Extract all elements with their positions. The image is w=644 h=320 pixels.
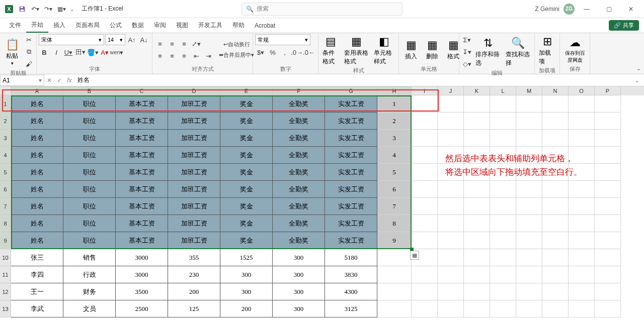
cell-F10[interactable]: 300: [273, 249, 325, 266]
cell-C10[interactable]: 3000: [116, 249, 168, 266]
colhead-P[interactable]: P: [595, 86, 621, 95]
cell-D1[interactable]: 加班工资: [168, 95, 220, 113]
rowhead-6[interactable]: 6: [0, 181, 11, 198]
border-button[interactable]: 田▾: [75, 47, 86, 58]
cell-L1[interactable]: [490, 95, 516, 113]
cell-E13[interactable]: 200: [220, 300, 273, 317]
cell-G10[interactable]: 5180: [325, 249, 377, 266]
cell-L13[interactable]: [490, 300, 516, 317]
cell-A10[interactable]: 张三: [11, 249, 63, 266]
align-bottom-button[interactable]: ≡: [179, 38, 190, 49]
cell-D11[interactable]: 230: [168, 266, 220, 283]
cell-B4[interactable]: 职位: [63, 147, 116, 164]
cell-H2[interactable]: 2: [377, 113, 412, 130]
cell-K10[interactable]: [464, 249, 490, 266]
cell-C5[interactable]: 基本工资: [116, 164, 168, 181]
cell-K1[interactable]: [464, 95, 490, 113]
cell-E11[interactable]: 300: [220, 266, 273, 283]
user-avatar[interactable]: ZG: [564, 4, 575, 15]
cell-H10[interactable]: [377, 249, 412, 266]
cell-G8[interactable]: 实发工资: [325, 215, 377, 232]
cell-L9[interactable]: [490, 232, 516, 249]
cell-I1[interactable]: [412, 95, 438, 113]
cell-N6[interactable]: [542, 181, 569, 198]
cell-F2[interactable]: 全勤奖: [273, 113, 325, 130]
cell-K9[interactable]: [464, 232, 490, 249]
cell-N10[interactable]: [542, 249, 569, 266]
fx-button[interactable]: fx: [64, 77, 74, 84]
cell-P2[interactable]: [595, 113, 621, 130]
increase-indent-button[interactable]: ⇥: [203, 50, 214, 61]
cell-E12[interactable]: 300: [220, 283, 273, 300]
cell-M13[interactable]: [516, 300, 542, 317]
cell-J10[interactable]: [438, 249, 464, 266]
cell-N1[interactable]: [542, 95, 569, 113]
cell-A1[interactable]: 姓名: [11, 95, 63, 113]
fill-color-button[interactable]: 🪣▾: [87, 47, 98, 58]
cell-I4[interactable]: [412, 147, 438, 164]
cell-H8[interactable]: 8: [377, 215, 412, 232]
cell-G1[interactable]: 实发工资: [325, 95, 377, 113]
rowhead-11[interactable]: 11: [0, 266, 11, 283]
decrease-indent-button[interactable]: ⇤: [191, 50, 202, 61]
cell-K8[interactable]: [464, 215, 490, 232]
cell-O7[interactable]: [569, 198, 595, 215]
cell-J9[interactable]: [438, 232, 464, 249]
cell-B2[interactable]: 职位: [63, 113, 116, 130]
colhead-K[interactable]: K: [464, 86, 490, 95]
cell-A6[interactable]: 姓名: [11, 181, 63, 198]
phonetic-button[interactable]: wen▾: [111, 47, 122, 58]
cell-B7[interactable]: 职位: [63, 198, 116, 215]
cell-G7[interactable]: 实发工资: [325, 198, 377, 215]
fill-button[interactable]: ↧▾: [461, 46, 472, 57]
cell-I7[interactable]: [412, 198, 438, 215]
formula-input[interactable]: [74, 75, 632, 86]
cell-A5[interactable]: 姓名: [11, 164, 63, 181]
addins-button[interactable]: ⊞加载项: [537, 34, 557, 67]
cell-I3[interactable]: [412, 130, 438, 147]
cell-E4[interactable]: 奖金: [220, 147, 273, 164]
colhead-H[interactable]: H: [377, 86, 412, 95]
cell-J12[interactable]: [438, 283, 464, 300]
cell-C3[interactable]: 基本工资: [116, 130, 168, 147]
cell-M1[interactable]: [516, 95, 542, 113]
undo-button[interactable]: ↶▾: [29, 3, 41, 15]
save-button[interactable]: [16, 3, 28, 15]
decrease-decimal-button[interactable]: .0←: [303, 47, 314, 58]
cell-K12[interactable]: [464, 283, 490, 300]
cell-F5[interactable]: 全勤奖: [273, 164, 325, 181]
font-size-select[interactable]: 14▾: [105, 34, 125, 45]
cell-P10[interactable]: [595, 249, 621, 266]
cell-E2[interactable]: 奖金: [220, 113, 273, 130]
cell-O1[interactable]: [569, 95, 595, 113]
sort-filter-button[interactable]: ⇅排序和筛选: [473, 36, 503, 68]
cell-I11[interactable]: [412, 266, 438, 283]
select-all-corner[interactable]: [0, 86, 11, 95]
cell-G6[interactable]: 实发工资: [325, 181, 377, 198]
maximize-button[interactable]: ▢: [599, 3, 619, 16]
redo-button[interactable]: ↷▾: [42, 3, 54, 15]
tab-file[interactable]: 文件: [4, 18, 26, 33]
cell-D12[interactable]: 200: [168, 283, 220, 300]
cell-M2[interactable]: [516, 113, 542, 130]
cell-G13[interactable]: 3125: [325, 300, 377, 317]
cell-O12[interactable]: [569, 283, 595, 300]
rowhead-12[interactable]: 12: [0, 283, 11, 300]
cell-K13[interactable]: [464, 300, 490, 317]
align-left-button[interactable]: ≡: [154, 50, 166, 61]
cell-B12[interactable]: 财务: [63, 283, 116, 300]
cell-F7[interactable]: 全勤奖: [273, 198, 325, 215]
cell-G9[interactable]: 实发工资: [325, 232, 377, 249]
cell-H13[interactable]: [377, 300, 412, 317]
colhead-C[interactable]: C: [116, 86, 168, 95]
align-middle-button[interactable]: ≡: [167, 38, 178, 49]
search-box[interactable]: 🔍 搜索: [242, 3, 403, 16]
cell-L8[interactable]: [490, 215, 516, 232]
colhead-M[interactable]: M: [516, 86, 542, 95]
cell-O6[interactable]: [569, 181, 595, 198]
cell-O9[interactable]: [569, 232, 595, 249]
colhead-A[interactable]: A: [11, 86, 63, 95]
cell-P13[interactable]: [595, 300, 621, 317]
cell-P5[interactable]: [595, 164, 621, 181]
delete-cells-button[interactable]: ▦删除: [422, 38, 442, 62]
